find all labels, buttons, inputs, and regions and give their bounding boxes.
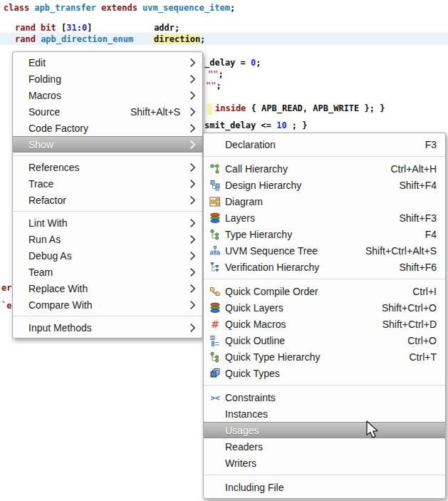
submenu-arrow-icon: [189, 284, 196, 293]
show-submenu-item-constraints[interactable]: ><Constraints: [204, 389, 445, 406]
submenu-arrow-icon: [189, 235, 196, 244]
show-submenu-item-type-hierarchy[interactable]: Type HierarchyF4: [204, 226, 445, 242]
menu-item-label: Usages: [225, 425, 259, 436]
icon-spacer: [209, 408, 221, 420]
show-submenu-item-quick-types[interactable]: Quick Types: [204, 365, 445, 381]
menu-item-label: Input Methods: [28, 322, 92, 334]
context-menu-item-code-factory[interactable]: Code Factory: [13, 120, 202, 136]
context-menu-item-compare-with[interactable]: Compare With: [13, 296, 202, 313]
menu-item-label: Source: [28, 106, 60, 118]
context-menu-item-input-methods[interactable]: Input Methods: [13, 319, 202, 336]
submenu-arrow-icon: [189, 324, 196, 332]
menu-item-label: Trace: [28, 178, 53, 190]
menu-separator: [204, 385, 445, 386]
context-menu-item-show[interactable]: Show: [13, 136, 202, 153]
menu-item-label: Verification Hierarchy: [225, 262, 319, 273]
menu-item-label: Layers: [225, 212, 255, 224]
show-submenu-item-including-file[interactable]: Including File: [204, 479, 445, 495]
menu-item-label: Folding: [28, 73, 61, 85]
menu-item-label: UVM Sequence Tree: [225, 245, 318, 257]
menu-item-label: Debug As: [28, 250, 72, 262]
show-submenu-item-quick-compile-order[interactable]: Quick Compile OrderCtrl+I: [204, 283, 445, 299]
show-submenu-item-writers[interactable]: Writers: [204, 455, 445, 471]
show-submenu-item-readers[interactable]: Readers: [204, 438, 445, 455]
icon-spacer: [209, 458, 221, 469]
occurrence-highlight-fragment: [207, 104, 212, 115]
diagram-icon: [209, 196, 221, 207]
menu-item-label: Quick Compile Order: [225, 286, 318, 297]
code-frag-inside: inside { APB_READ, APB_WRITE }; }: [215, 103, 385, 114]
submenu-arrow-icon: [189, 301, 196, 309]
show-submenu-item-quick-layers[interactable]: Quick LayersShift+Ctrl+O: [204, 299, 445, 316]
icon-spacer: [209, 482, 221, 493]
context-menu-item-folding[interactable]: Folding: [13, 71, 202, 87]
menu-item-label: Team: [28, 267, 53, 278]
menu-item-label: Quick Layers: [225, 302, 283, 314]
menu-item-shortcut: Shift+F4: [399, 180, 439, 191]
quick-macros-icon: #: [209, 319, 221, 330]
menu-item-label: Quick Type Hierarchy: [225, 351, 321, 363]
code-line-direction: rand apb_direction_enum direction;: [15, 33, 205, 45]
context-menu-item-references[interactable]: References: [13, 159, 202, 175]
submenu-arrow-icon: [189, 75, 196, 83]
menu-item-label: References: [28, 162, 80, 173]
quick-types-icon: [209, 368, 221, 379]
menu-item-label: Call Hierarchy: [225, 163, 288, 175]
show-submenu-item-layers[interactable]: LayersShift+F3: [204, 210, 445, 226]
menu-item-label: Replace With: [28, 283, 88, 294]
show-submenu-item-instances[interactable]: Instances: [204, 406, 445, 422]
submenu-arrow-icon: [189, 108, 196, 116]
show-submenu-item-verification-hierarchy[interactable]: Verification HierarchyShift+F6: [204, 259, 445, 275]
menu-separator: [204, 475, 445, 475]
show-submenu-item-diagram[interactable]: Diagram: [204, 193, 445, 210]
context-menu-item-macros[interactable]: Macros: [13, 87, 202, 103]
menu-item-label: Macros: [28, 90, 61, 101]
code-frag-left-tick: `e: [1, 300, 11, 311]
context-menu-item-run-as[interactable]: Run As: [13, 231, 202, 247]
constraints-icon: ><: [209, 392, 221, 403]
show-submenu-item-quick-macros[interactable]: #Quick MacrosShift+Ctrl+D: [204, 316, 445, 332]
menu-item-label: Constraints: [225, 392, 276, 403]
code-line-class-decl: class apb_transfer extends uvm_sequence_…: [4, 2, 235, 14]
menu-item-shortcut: Ctrl+I: [412, 286, 439, 297]
menu-item-label: Writers: [225, 458, 256, 469]
context-menu-item-edit[interactable]: Edit: [13, 54, 202, 71]
context-menu-item-trace[interactable]: Trace: [13, 175, 202, 192]
menu-item-label: Type Hierarchy: [225, 229, 292, 240]
menu-item-label: Compare With: [28, 299, 92, 311]
context-menu: EditFoldingMacrosSourceShift+Alt+SCode F…: [12, 51, 203, 339]
menu-item-label: Lint With: [28, 217, 67, 229]
context-menu-item-lint-with[interactable]: Lint With: [13, 215, 202, 231]
context-menu-item-replace-with[interactable]: Replace With: [13, 280, 202, 296]
show-submenu-item-uvm-sequence-tree[interactable]: UVM Sequence TreeShift+Ctrl+Alt+S: [204, 242, 445, 259]
context-menu-item-refactor[interactable]: Refactor: [13, 192, 202, 208]
context-menu-item-source[interactable]: SourceShift+Alt+S: [13, 103, 202, 120]
submenu-arrow-icon: [189, 140, 196, 149]
code-frag-left-er: er: [1, 282, 11, 294]
context-menu-item-team[interactable]: Team: [13, 264, 202, 280]
submenu-arrow-icon: [189, 91, 196, 100]
show-submenu-item-call-hierarchy[interactable]: Call HierarchyCtrl+Alt+H: [204, 160, 445, 177]
show-submenu-item-design-hierarchy[interactable]: Design HierarchyShift+F4: [204, 177, 445, 193]
context-menu-item-debug-as[interactable]: Debug As: [13, 247, 202, 264]
show-submenu-item-quick-outline[interactable]: Quick OutlineCtrl+O: [204, 332, 445, 348]
submenu-arrow-icon: [189, 58, 196, 67]
show-submenu-item-usages[interactable]: Usages: [204, 422, 445, 438]
menu-item-label: Show: [28, 139, 53, 150]
menu-item-shortcut: Shift+Ctrl+Alt+S: [365, 245, 439, 257]
menu-item-label: Including File: [225, 482, 284, 493]
menu-item-label: Design Hierarchy: [225, 180, 301, 191]
menu-separator: [13, 155, 202, 156]
code-frag-string2: "";: [206, 80, 222, 91]
show-submenu-item-quick-type-hierarchy[interactable]: Quick Type HierarchyCtrl+T: [204, 348, 445, 365]
code-frag-transmit: smit_delay <= 10 ; }: [204, 120, 308, 131]
submenu-arrow-icon: [189, 180, 196, 188]
menu-separator: [204, 279, 445, 279]
menu-item-label: Quick Macros: [225, 319, 286, 330]
menu-item-label: Instances: [225, 408, 268, 420]
svg-text:><: ><: [210, 393, 220, 403]
design-hierarchy-icon: [209, 180, 221, 191]
menu-item-label: Readers: [225, 441, 263, 453]
submenu-arrow-icon: [189, 252, 196, 260]
show-submenu-item-declaration[interactable]: DeclarationF3: [204, 136, 445, 153]
